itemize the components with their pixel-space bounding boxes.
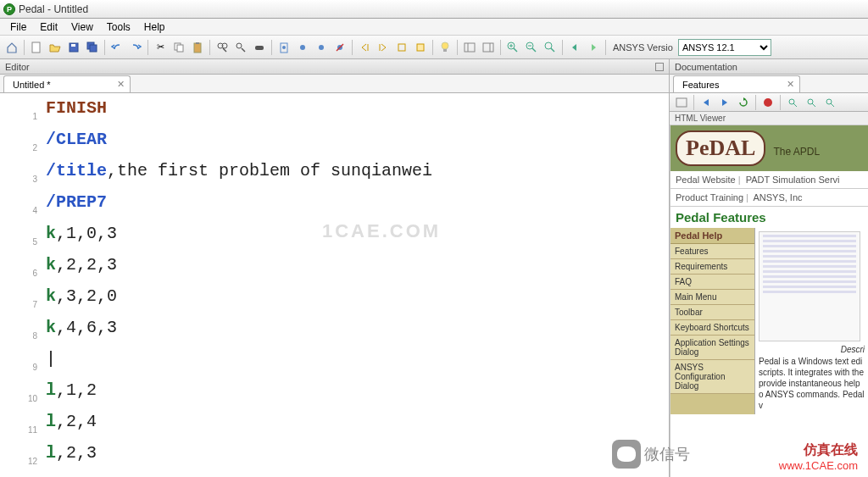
nav-fwd-icon[interactable]	[585, 39, 602, 56]
zoom-in-icon[interactable]	[504, 39, 521, 56]
toggle2-icon[interactable]	[412, 39, 429, 56]
svg-line-36	[532, 48, 536, 52]
svg-point-25	[442, 42, 448, 49]
doc-tab-features[interactable]: Features ✕	[673, 75, 800, 92]
feat-nav-item[interactable]: Main Menu	[670, 290, 754, 305]
doc-tab-strip: Features ✕	[670, 75, 868, 93]
svg-rect-7	[194, 43, 201, 53]
open-icon[interactable]	[47, 39, 64, 56]
doc-fwd-icon[interactable]	[716, 94, 733, 111]
game-icon[interactable]	[251, 39, 268, 56]
toolbar-separator	[24, 40, 25, 55]
doc-zoom-out-icon[interactable]	[803, 94, 820, 111]
line-number: 13	[0, 473, 46, 477]
panel2-icon[interactable]	[480, 39, 497, 56]
code-line[interactable]: 3/title,the first problem of sunqianwei	[0, 159, 669, 191]
svg-point-41	[764, 98, 772, 107]
cut-icon[interactable]: ✂	[152, 39, 169, 56]
editor-tab[interactable]: Untitled * ✕	[3, 75, 131, 92]
code-line[interactable]: 4/PREP7	[0, 191, 669, 222]
toggle-icon[interactable]	[393, 39, 410, 56]
link-ansys[interactable]: ANSYS, Inc	[753, 192, 802, 202]
svg-rect-27	[465, 43, 475, 52]
bookmark-clear-icon[interactable]	[331, 39, 348, 56]
code-line[interactable]: 6k,2,2,3	[0, 253, 669, 285]
link-padt[interactable]: PADT Simulation Servi	[746, 175, 840, 185]
replace-icon[interactable]	[232, 39, 249, 56]
code-line[interactable]: 12l,2,3	[0, 441, 669, 473]
app-icon: P	[3, 3, 15, 15]
feat-nav-item[interactable]: Keyboard Shortcuts	[670, 320, 754, 336]
panel-toggle-icon[interactable]	[655, 63, 664, 71]
code-line[interactable]: 9|	[0, 347, 669, 379]
feat-nav-item[interactable]: ANSYS Configuration Dialog	[670, 360, 754, 394]
svg-rect-6	[177, 45, 183, 52]
bookmark-prev-icon[interactable]	[294, 39, 311, 56]
code-line[interactable]: 7k,3,2,0	[0, 285, 669, 316]
menu-edit[interactable]: Edit	[33, 19, 64, 35]
find-icon[interactable]	[214, 39, 231, 56]
bookmark-icon[interactable]	[275, 39, 292, 56]
code-line[interactable]: 8k,4,6,3	[0, 316, 669, 347]
doc-zoom-reset-icon[interactable]	[821, 94, 838, 111]
feat-nav-item[interactable]: Toolbar	[670, 305, 754, 320]
toolbar-separator	[352, 40, 353, 55]
save-all-icon[interactable]	[84, 39, 101, 56]
svg-line-43	[793, 103, 797, 107]
close-icon[interactable]: ✕	[114, 79, 126, 91]
code-line[interactable]: 13	[0, 473, 669, 477]
svg-rect-14	[255, 46, 264, 50]
panel-icon[interactable]	[461, 39, 478, 56]
zoom-reset-icon[interactable]	[542, 39, 559, 56]
doc-links-row2: Product Training| ANSYS, Inc	[670, 189, 868, 207]
redo-icon[interactable]	[127, 39, 144, 56]
line-number: 5	[0, 222, 46, 253]
menu-help[interactable]: Help	[137, 19, 172, 35]
line-number: 2	[0, 128, 46, 159]
bulb-icon[interactable]	[437, 39, 453, 56]
svg-rect-2	[71, 44, 75, 47]
line-number: 7	[0, 285, 46, 316]
home-icon[interactable]	[3, 39, 20, 56]
link-pedal-website[interactable]: Pedal Website	[676, 175, 736, 185]
close-icon[interactable]: ✕	[784, 79, 796, 91]
link-training[interactable]: Product Training	[676, 192, 743, 202]
paste-icon[interactable]	[189, 39, 206, 56]
main-toolbar: ✂ ANSYS Versio ANSYS 12.1	[0, 36, 868, 59]
indent-left-icon[interactable]	[356, 39, 373, 56]
zoom-out-icon[interactable]	[523, 39, 540, 56]
feat-nav-item[interactable]: Requirements	[670, 259, 754, 275]
svg-line-32	[514, 48, 517, 52]
doc-home-icon[interactable]	[760, 94, 776, 111]
code-line[interactable]: 11l,2,4	[0, 410, 669, 441]
doc-panel-icon[interactable]	[673, 94, 690, 111]
nav-back-icon[interactable]	[566, 39, 583, 56]
doc-refresh-icon[interactable]	[735, 94, 752, 111]
version-select[interactable]: ANSYS 12.1	[678, 39, 771, 56]
feat-nav-item[interactable]: Application Settings Dialog	[670, 336, 754, 360]
svg-rect-4	[90, 45, 97, 52]
menu-file[interactable]: File	[3, 19, 33, 35]
new-icon[interactable]	[28, 39, 45, 56]
bookmark-next-icon[interactable]	[313, 39, 330, 56]
version-label: ANSYS Versio	[613, 42, 673, 53]
code-line[interactable]: 5k,1,0,3	[0, 222, 669, 253]
features-right: Descri Pedal is a Windows text edi scrip…	[755, 228, 868, 414]
undo-icon[interactable]	[108, 39, 125, 56]
menu-tools[interactable]: Tools	[100, 19, 137, 35]
code-line[interactable]: 10l,1,2	[0, 379, 669, 410]
doc-zoom-in-icon[interactable]	[784, 94, 801, 111]
code-line[interactable]: 2/CLEAR	[0, 128, 669, 159]
feat-nav-item[interactable]: FAQ	[670, 275, 754, 290]
code-line[interactable]: 1FINISH	[0, 97, 669, 128]
save-icon[interactable]	[65, 39, 82, 56]
feat-nav-item[interactable]: Features	[670, 244, 754, 259]
code-editor[interactable]: 1FINISH2/CLEAR3/title,the first problem …	[0, 93, 669, 477]
indent-right-icon[interactable]	[375, 39, 392, 56]
line-number: 1	[0, 97, 46, 128]
copy-icon[interactable]	[170, 39, 187, 56]
doc-back-icon[interactable]	[698, 94, 715, 111]
toolbar-separator	[605, 40, 606, 55]
toolbar-separator	[500, 40, 501, 55]
menu-view[interactable]: View	[64, 19, 100, 35]
